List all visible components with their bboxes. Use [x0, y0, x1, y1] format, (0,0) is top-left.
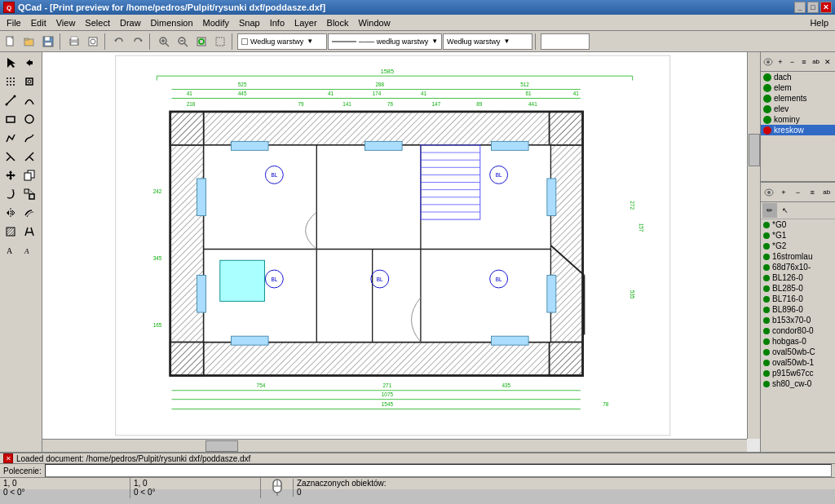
svg-text:147: 147: [432, 101, 441, 107]
rotate-button[interactable]: [2, 185, 20, 203]
layer-item-kreskow[interactable]: kreskow: [761, 125, 835, 135]
layer-ab-button[interactable]: ab: [811, 55, 822, 69]
draw-rect-button[interactable]: [2, 110, 20, 128]
move-button[interactable]: [2, 166, 20, 184]
layer-item-elev[interactable]: elev: [761, 104, 835, 114]
snap-grid-button[interactable]: [2, 73, 20, 91]
svg-rect-23: [216, 38, 224, 46]
menu-edit[interactable]: Edit: [26, 16, 51, 29]
menu-help[interactable]: Help: [805, 16, 833, 29]
hatch-button[interactable]: [2, 223, 20, 241]
new-button[interactable]: [2, 33, 20, 51]
mtext-button[interactable]: A: [20, 241, 38, 259]
draw-circle-button[interactable]: [20, 110, 38, 128]
open-button[interactable]: [20, 33, 38, 51]
horizontal-scrollbar[interactable]: [42, 439, 747, 452]
minimize-button[interactable]: _: [794, 2, 806, 13]
close-button[interactable]: ✕: [820, 2, 832, 13]
layer-item-elem[interactable]: elem: [761, 82, 835, 93]
zoom-out-button[interactable]: [174, 33, 192, 51]
offset-button[interactable]: [20, 204, 38, 222]
print-preview-button[interactable]: [84, 33, 102, 51]
vertical-scrollbar-thumb[interactable]: [749, 134, 760, 166]
left-toolbar-row-5: [2, 129, 40, 147]
menu-snap[interactable]: Snap: [234, 16, 265, 29]
back-button[interactable]: [20, 54, 38, 72]
block-item-b153x70[interactable]: b153x70-0: [761, 315, 835, 325]
draw-line-button[interactable]: [2, 91, 20, 109]
block-item-bl126[interactable]: BL126-0: [761, 272, 835, 283]
block-cursor-button[interactable]: ↖: [778, 203, 793, 218]
menu-dimension[interactable]: Dimension: [146, 16, 198, 29]
vertical-scrollbar[interactable]: [747, 52, 760, 439]
draw-arc-button[interactable]: [20, 91, 38, 109]
block-item-g2[interactable]: *G2: [761, 241, 835, 251]
polecenie-input[interactable]: [45, 464, 832, 477]
layer-add-button[interactable]: +: [775, 55, 786, 69]
svg-text:A: A: [24, 247, 29, 255]
maximize-button[interactable]: □: [807, 2, 819, 13]
block-item-oval50wb-1[interactable]: oval50wb-1: [761, 357, 835, 368]
block-item-bl285[interactable]: BL285-0: [761, 283, 835, 294]
horizontal-scrollbar-thumb[interactable]: [205, 440, 238, 452]
block-item-p915w67cc[interactable]: p915w67cc: [761, 368, 835, 378]
block-item-68d76x10[interactable]: 68d76x10-: [761, 262, 835, 272]
block-item-hobgas[interactable]: hobgas-0: [761, 336, 835, 347]
print-button[interactable]: [65, 33, 83, 51]
block-item-bl896[interactable]: BL896-0: [761, 304, 835, 315]
draw-polyline-button[interactable]: [2, 129, 20, 147]
block-item-condor80[interactable]: condor80-0: [761, 325, 835, 336]
scale-input[interactable]: 1:50: [541, 33, 590, 50]
scale-button[interactable]: [20, 185, 38, 203]
layer-remove-button[interactable]: −: [787, 55, 798, 69]
zoom-select-button[interactable]: [211, 33, 229, 51]
mirror-button[interactable]: [2, 204, 20, 222]
block-add-button[interactable]: +: [777, 185, 791, 200]
block-ab-button[interactable]: ab: [820, 185, 833, 200]
draw-spline-button[interactable]: [20, 129, 38, 147]
snap-endpoint-button[interactable]: [20, 73, 38, 91]
zoom-in-button[interactable]: [155, 33, 173, 51]
status-close-button[interactable]: ✕: [3, 453, 13, 463]
menu-modify[interactable]: Modify: [198, 16, 234, 29]
block-item-bl716[interactable]: BL716-0: [761, 294, 835, 304]
trim-button[interactable]: [2, 148, 20, 166]
layer-close-button[interactable]: ✕: [822, 55, 833, 69]
block-menu-button[interactable]: ≡: [806, 185, 820, 200]
menu-view[interactable]: View: [51, 16, 81, 29]
layer-item-dach[interactable]: dach: [761, 72, 835, 82]
menu-layer[interactable]: Layer: [289, 16, 322, 29]
copy-button[interactable]: [20, 166, 38, 184]
block-pencil-button[interactable]: ✏: [762, 203, 777, 218]
layer-item-kominy[interactable]: kominy: [761, 114, 835, 125]
save-button[interactable]: [39, 33, 57, 51]
block-item-g0[interactable]: *G0: [761, 219, 835, 230]
attribute-button[interactable]: [20, 223, 38, 241]
redo-button[interactable]: [129, 33, 147, 51]
menu-info[interactable]: Info: [265, 16, 289, 29]
select-tool-button[interactable]: [2, 54, 20, 72]
layer-menu-button[interactable]: ≡: [798, 55, 810, 69]
menu-draw[interactable]: Draw: [115, 16, 146, 29]
canvas-area[interactable]: 1585 525 288 512 41 445 41 174 41 61 41 …: [42, 52, 760, 452]
block-eye-button[interactable]: [762, 185, 776, 200]
menu-file[interactable]: File: [2, 16, 26, 29]
block-item-g1[interactable]: *G1: [761, 230, 835, 241]
extend-button[interactable]: [20, 148, 38, 166]
layer-item-elements[interactable]: elements: [761, 93, 835, 104]
block-condor80-name: condor80-0: [772, 326, 814, 335]
block-item-sh80-cw[interactable]: sh80_cw-0: [761, 378, 835, 389]
block-item-oval50wb-c[interactable]: oval50wb-C: [761, 347, 835, 357]
linetype-dropdown[interactable]: ─── według warstwy ▼: [328, 33, 442, 50]
linewidth-dropdown[interactable]: Według warstwy ▼: [443, 33, 532, 50]
zoom-fit-button[interactable]: [192, 33, 210, 51]
menu-select[interactable]: Select: [80, 16, 115, 29]
menu-block[interactable]: Block: [322, 16, 354, 29]
block-remove-button[interactable]: −: [791, 185, 805, 200]
layer-eye-button[interactable]: [762, 55, 774, 69]
text-button[interactable]: A: [2, 241, 20, 259]
undo-button[interactable]: [110, 33, 128, 51]
block-item-16stromlau[interactable]: 16stromlau: [761, 251, 835, 262]
menu-window[interactable]: Window: [353, 16, 395, 29]
color-dropdown[interactable]: Według warstwy ▼: [237, 33, 327, 50]
